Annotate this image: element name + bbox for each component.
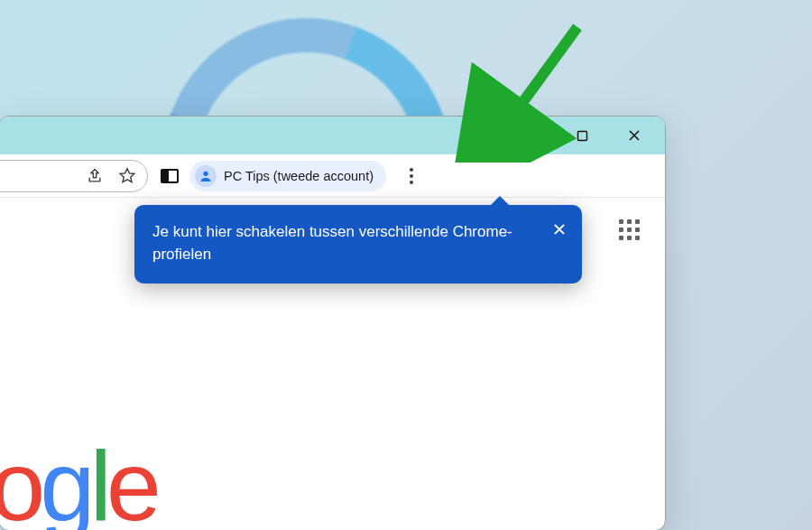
logo-letter: o xyxy=(0,430,40,530)
maximize-icon xyxy=(577,130,588,142)
google-apps-button[interactable] xyxy=(619,219,640,240)
svg-line-3 xyxy=(505,27,577,126)
kebab-dot-icon xyxy=(410,181,413,184)
minimize-icon xyxy=(523,129,536,142)
svg-rect-1 xyxy=(577,131,586,140)
maximize-button[interactable] xyxy=(562,121,602,150)
chrome-window: PC Tips (tweede account) Je kunt hier sc… xyxy=(0,116,666,530)
profile-name-label: PC Tips (tweede account) xyxy=(224,169,374,183)
close-icon xyxy=(552,222,567,237)
kebab-dot-icon xyxy=(410,168,413,172)
avatar xyxy=(195,165,217,187)
close-window-button[interactable] xyxy=(614,121,654,150)
minimize-button[interactable] xyxy=(510,121,549,150)
tooltip-close-button[interactable] xyxy=(548,218,571,241)
tab-search-button[interactable] xyxy=(457,121,497,150)
kebab-dot-icon xyxy=(410,174,413,178)
browser-toolbar: PC Tips (tweede account) xyxy=(0,154,665,198)
close-icon xyxy=(628,129,641,142)
bookmark-button[interactable] xyxy=(116,165,138,187)
share-icon xyxy=(86,167,104,185)
logo-letter: g xyxy=(40,430,89,530)
chrome-menu-button[interactable] xyxy=(401,168,422,184)
window-titlebar xyxy=(0,116,665,154)
chevron-down-icon xyxy=(470,128,484,143)
side-panel-button[interactable] xyxy=(159,165,180,187)
side-panel-icon xyxy=(161,169,179,183)
share-button[interactable] xyxy=(84,165,106,187)
google-logo-fragment: ogle xyxy=(0,428,156,530)
user-icon xyxy=(198,169,213,183)
logo-letter: e xyxy=(106,430,156,530)
tooltip-text: Je kunt hier schakelen tussen verschille… xyxy=(152,223,512,263)
logo-letter: l xyxy=(89,430,106,530)
profile-switcher-button[interactable]: PC Tips (tweede account) xyxy=(189,161,386,191)
profile-switch-tooltip: Je kunt hier schakelen tussen verschille… xyxy=(134,205,582,284)
svg-point-2 xyxy=(203,171,208,175)
star-icon xyxy=(117,166,137,186)
address-bar[interactable] xyxy=(0,160,148,192)
